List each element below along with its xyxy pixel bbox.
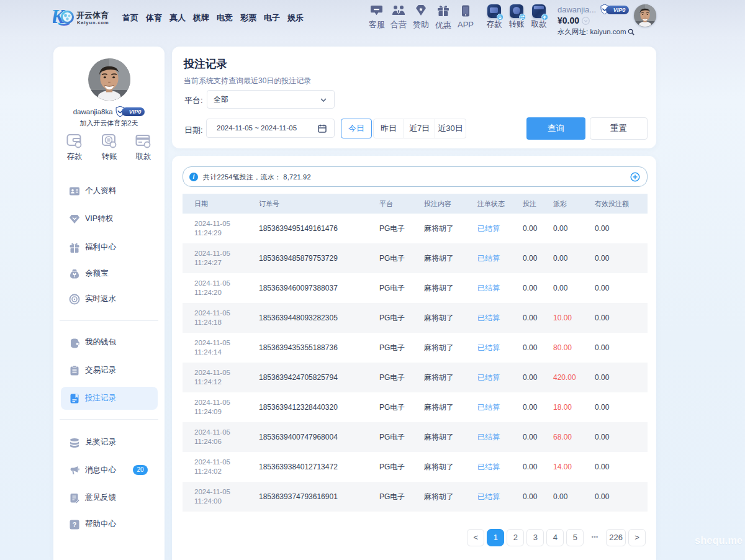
svg-text:?: ? xyxy=(73,521,76,528)
